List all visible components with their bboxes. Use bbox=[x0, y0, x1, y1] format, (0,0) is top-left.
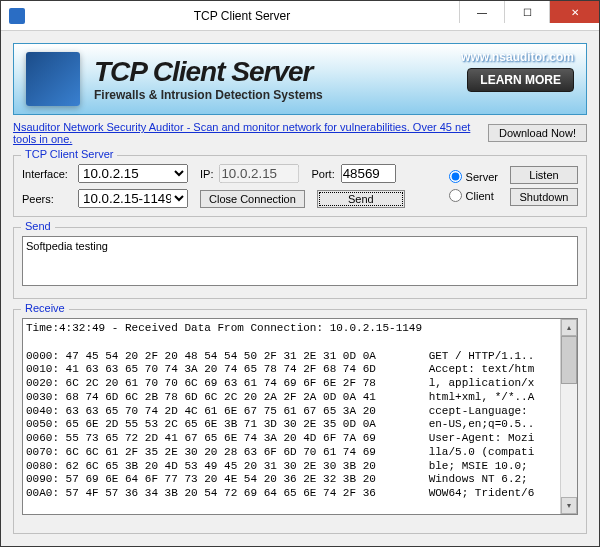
receive-group-label: Receive bbox=[21, 302, 69, 314]
maximize-button[interactable]: ☐ bbox=[504, 1, 549, 23]
app-icon bbox=[9, 8, 25, 24]
mode-radio-group: Server Client bbox=[449, 170, 498, 202]
learn-more-button[interactable]: LEARN MORE bbox=[467, 68, 574, 92]
promo-banner[interactable]: TCP Client Server Firewalls & Intrusion … bbox=[13, 43, 587, 115]
minimize-button[interactable]: — bbox=[459, 1, 504, 23]
scroll-down-arrow[interactable]: ▾ bbox=[561, 497, 577, 514]
server-icon bbox=[26, 52, 80, 106]
client-radio-label[interactable]: Client bbox=[449, 189, 498, 202]
port-input[interactable] bbox=[341, 164, 396, 183]
server-radio-label[interactable]: Server bbox=[449, 170, 498, 183]
window-controls: — ☐ ✕ bbox=[459, 1, 599, 30]
scroll-up-arrow[interactable]: ▴ bbox=[561, 319, 577, 336]
interface-select[interactable]: 10.0.2.15 bbox=[78, 164, 188, 183]
send-group: Send Softpedia testing bbox=[13, 227, 587, 299]
peers-label: Peers: bbox=[22, 193, 72, 205]
interface-label: Interface: bbox=[22, 168, 72, 180]
peers-select[interactable]: 10.0.2.15-1149 bbox=[78, 189, 188, 208]
tcp-group-label: TCP Client Server bbox=[21, 148, 117, 160]
receive-group: Receive Time:4:32:49 - Received Data Fro… bbox=[13, 309, 587, 534]
close-connection-button[interactable]: Close Connection bbox=[200, 190, 305, 208]
listen-button[interactable]: Listen bbox=[510, 166, 578, 184]
send-textarea[interactable]: Softpedia testing bbox=[22, 236, 578, 286]
scroll-thumb[interactable] bbox=[561, 336, 577, 384]
tcp-client-server-group: TCP Client Server Interface: 10.0.2.15 I… bbox=[13, 155, 587, 217]
send-group-label: Send bbox=[21, 220, 55, 232]
titlebar[interactable]: TCP Client Server — ☐ ✕ bbox=[1, 1, 599, 31]
banner-right: www.nsauditor.com LEARN MORE bbox=[461, 50, 574, 92]
port-label: Port: bbox=[311, 168, 334, 180]
promo-row: Nsauditor Network Security Auditor - Sca… bbox=[13, 121, 587, 145]
close-button[interactable]: ✕ bbox=[549, 1, 599, 23]
scroll-track[interactable] bbox=[561, 384, 577, 497]
action-button-column: Listen Shutdown bbox=[510, 166, 578, 206]
app-window: TCP Client Server — ☐ ✕ TCP Client Serve… bbox=[0, 0, 600, 547]
client-radio[interactable] bbox=[449, 189, 462, 202]
window-title: TCP Client Server bbox=[25, 9, 459, 23]
send-button[interactable]: Send bbox=[317, 190, 405, 208]
banner-url: www.nsauditor.com bbox=[461, 50, 574, 64]
download-now-button[interactable]: Download Now! bbox=[488, 124, 587, 142]
receive-textarea[interactable]: Time:4:32:49 - Received Data From Connec… bbox=[23, 319, 560, 514]
server-radio[interactable] bbox=[449, 170, 462, 183]
receive-scrollbar[interactable]: ▴ ▾ bbox=[560, 319, 577, 514]
content-area: TCP Client Server Firewalls & Intrusion … bbox=[1, 31, 599, 546]
promo-link[interactable]: Nsauditor Network Security Auditor - Sca… bbox=[13, 121, 488, 145]
shutdown-button[interactable]: Shutdown bbox=[510, 188, 578, 206]
receive-wrap: Time:4:32:49 - Received Data From Connec… bbox=[22, 318, 578, 515]
ip-input[interactable] bbox=[219, 164, 299, 183]
ip-label: IP: bbox=[200, 168, 213, 180]
